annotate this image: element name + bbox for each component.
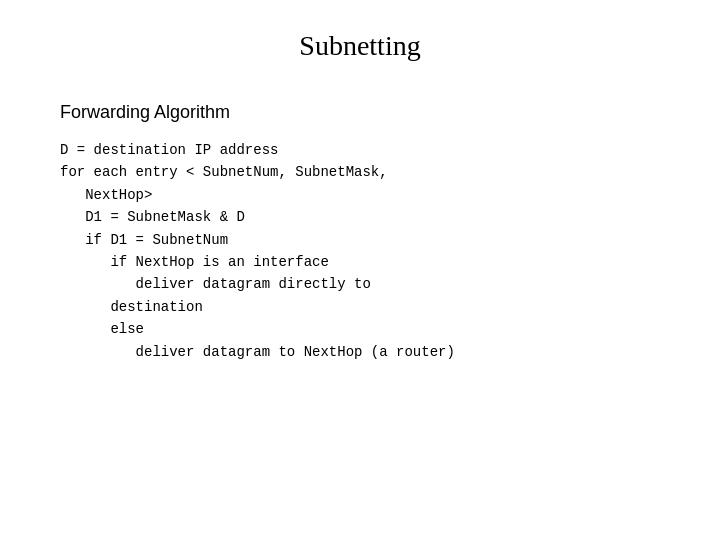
page: Subnetting Forwarding Algorithm D = dest… [0,0,720,540]
code-block: D = destination IP address for each entr… [60,139,660,363]
page-title: Subnetting [60,30,660,62]
section-heading: Forwarding Algorithm [60,102,660,123]
